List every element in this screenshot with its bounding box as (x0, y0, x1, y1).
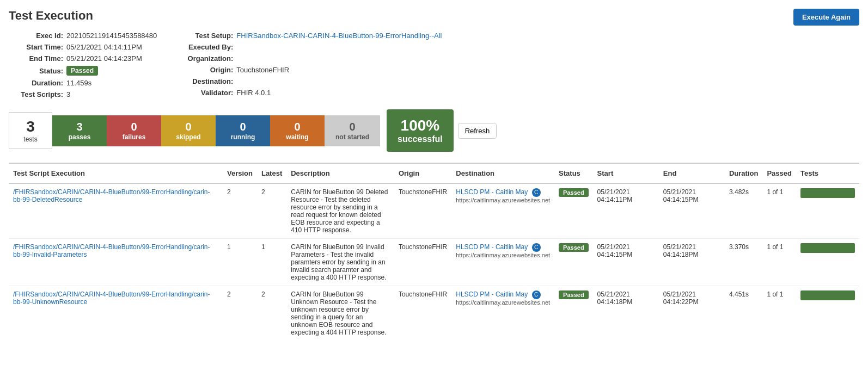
total-num: 3 (20, 118, 41, 135)
validator-row: Validator: FHIR 4.0.1 (179, 89, 442, 97)
running-num: 0 (227, 121, 259, 133)
cell-description-1: CARIN for BlueButton 99 Invalid Paramete… (286, 239, 394, 286)
end-time-value: 05/21/2021 04:14:23PM (66, 54, 142, 63)
origin-label: Origin: (179, 66, 233, 74)
dest-sub-0: https://caitlinmay.azurewebsites.net (456, 197, 550, 203)
cell-passed-0: 1 of 1 (762, 183, 796, 239)
test-scripts-row: Test Scripts: 3 (9, 90, 157, 98)
not-started-num: 0 (335, 121, 369, 133)
destination-row: Destination: (179, 77, 442, 85)
cell-destination-0: HLSCD PM - Caitlin May C https://caitlin… (451, 183, 554, 239)
col-description: Description (286, 164, 394, 183)
test-scripts-value: 3 (66, 90, 70, 98)
c-badge-2: C (532, 290, 541, 299)
success-pct: 100% (398, 117, 443, 134)
cell-end-2: 05/21/2021 04:14:22PM (659, 286, 725, 341)
header-right: Test Setup: FHIRSandbox-CARIN-CARIN-4-Bl… (179, 32, 442, 98)
cell-tests-0 (796, 183, 859, 239)
col-status: Status (554, 164, 593, 183)
cell-link-2[interactable]: /FHIRSandbox/CARIN/CARIN-4-BlueButton/99… (9, 286, 223, 341)
cell-description-2: CARIN for BlueButton 99 Unknown Resource… (286, 286, 394, 341)
not-started-label: not started (335, 133, 369, 141)
summary-not-started: 0 not started (325, 115, 380, 146)
cell-tests-1 (796, 239, 859, 286)
summary-failures: 0 failures (107, 115, 161, 146)
cell-link-0[interactable]: /FHIRSandbox/CARIN/CARIN-4-BlueButton/99… (9, 183, 223, 239)
duration-value: 11.459s (66, 79, 91, 87)
table-row: /FHIRSandbox/CARIN/CARIN-4-BlueButton/99… (9, 183, 859, 239)
end-time-row: End Time: 05/21/2021 04:14:23PM (9, 54, 157, 63)
c-badge-1: C (532, 243, 541, 252)
status-row: Status: Passed (9, 66, 157, 76)
success-box: 100% successful (387, 109, 454, 152)
exec-id-label: Exec Id: (9, 32, 63, 40)
dest-sub-2: https://caitlinmay.azurewebsites.net (456, 299, 550, 306)
validator-value: FHIR 4.0.1 (236, 89, 271, 97)
cell-version-2: 2 (223, 286, 257, 341)
col-tests: Tests (796, 164, 859, 183)
summary-waiting: 0 waiting (270, 115, 325, 146)
cell-destination-2: HLSCD PM - Caitlin May C https://caitlin… (451, 286, 554, 341)
organization-label: Organization: (179, 54, 233, 63)
c-badge-0: C (532, 188, 541, 197)
table-row: /FHIRSandbox/CARIN/CARIN-4-BlueButton/99… (9, 286, 859, 341)
cell-start-1: 05/21/2021 04:14:15PM (593, 239, 659, 286)
col-version: Version (223, 164, 257, 183)
duration-row: Duration: 11.459s (9, 79, 157, 87)
table-row: /FHIRSandbox/CARIN/CARIN-4-BlueButton/99… (9, 239, 859, 286)
test-setup-row: Test Setup: FHIRSandbox-CARIN-CARIN-4-Bl… (179, 32, 442, 40)
waiting-label: waiting (281, 133, 314, 141)
cell-version-0: 2 (223, 183, 257, 239)
dest-link-2[interactable]: HLSCD PM - Caitlin May (456, 290, 528, 298)
status-badge: Passed (66, 66, 98, 76)
test-scripts-label: Test Scripts: (9, 90, 63, 98)
execute-again-button[interactable]: Execute Again (793, 9, 859, 26)
test-setup-label: Test Setup: (179, 32, 233, 40)
dest-link-0[interactable]: HLSCD PM - Caitlin May (456, 188, 528, 196)
cell-tests-2 (796, 286, 859, 341)
script-link-1[interactable]: /FHIRSandbox/CARIN/CARIN-4-BlueButton/99… (13, 243, 210, 258)
status-badge-0: Passed (559, 188, 589, 197)
col-origin: Origin (394, 164, 451, 183)
table-header-row: Test Script Execution Version Latest Des… (9, 164, 859, 183)
waiting-num: 0 (281, 121, 314, 133)
failures-label: failures (118, 133, 150, 141)
cell-status-0: Passed (554, 183, 593, 239)
header-section: Exec Id: 20210521191415453588480 Start T… (9, 32, 859, 98)
script-link-0[interactable]: /FHIRSandbox/CARIN/CARIN-4-BlueButton/99… (13, 188, 210, 203)
refresh-button[interactable]: Refresh (458, 123, 497, 139)
script-link-2[interactable]: /FHIRSandbox/CARIN/CARIN-4-BlueButton/99… (13, 290, 210, 306)
progress-bar-1 (800, 243, 855, 253)
summary-passes: 3 passes (52, 115, 107, 146)
cell-origin-2: TouchstoneFHIR (394, 286, 451, 341)
dest-link-1[interactable]: HLSCD PM - Caitlin May (456, 243, 528, 251)
cell-start-0: 05/21/2021 04:14:11PM (593, 183, 659, 239)
col-test-script: Test Script Execution (9, 164, 223, 183)
cell-origin-0: TouchstoneFHIR (394, 183, 451, 239)
col-passed: Passed (762, 164, 796, 183)
cell-version-1: 1 (223, 239, 257, 286)
dest-sub-1: https://caitlinmay.azurewebsites.net (456, 252, 550, 258)
test-setup-link[interactable]: FHIRSandbox-CARIN-CARIN-4-BlueButton-99-… (236, 32, 442, 40)
cell-latest-2: 2 (257, 286, 286, 341)
cell-latest-0: 2 (257, 183, 286, 239)
col-end: End (659, 164, 725, 183)
progress-bar-2 (800, 290, 855, 300)
executed-by-label: Executed By: (179, 43, 233, 51)
cell-passed-1: 1 of 1 (762, 239, 796, 286)
cell-description-0: CARIN for BlueButton 99 Deleted Resource… (286, 183, 394, 239)
failures-num: 0 (118, 121, 150, 133)
exec-id-value: 20210521191415453588480 (66, 32, 157, 40)
page-title: Test Execution (9, 9, 859, 23)
cell-end-1: 05/21/2021 04:14:18PM (659, 239, 725, 286)
cell-origin-1: TouchstoneFHIR (394, 239, 451, 286)
origin-value: TouchstoneFHIR (236, 66, 289, 74)
passes-num: 3 (63, 121, 96, 133)
summary-bar: 3 tests 3 passes 0 failures 0 skipped 0 … (9, 109, 859, 152)
cell-link-1[interactable]: /FHIRSandbox/CARIN/CARIN-4-BlueButton/99… (9, 239, 223, 286)
validator-label: Validator: (179, 89, 233, 97)
summary-running: 0 running (216, 115, 270, 146)
passes-label: passes (63, 133, 96, 141)
table-section: Test Script Execution Version Latest Des… (9, 163, 859, 341)
summary-total: 3 tests (9, 112, 52, 149)
